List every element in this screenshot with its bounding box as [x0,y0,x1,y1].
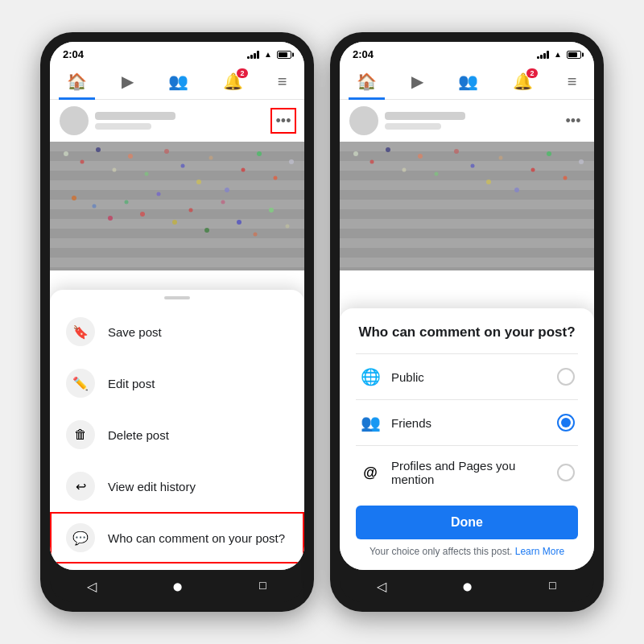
phone-right-screen: 2:04 ▲ 🏠 ▶ [340,42,594,570]
svg-point-45 [353,151,358,156]
back-icon-left: ◁ [87,579,97,594]
back-icon-right: ◁ [377,579,386,594]
post-image-right [340,142,594,270]
battery-fill [279,52,287,57]
who-can-comment-item[interactable]: 💬 Who can comment on your post? [50,512,304,564]
svg-point-49 [418,154,423,159]
svg-rect-43 [340,238,594,248]
svg-point-28 [157,192,161,196]
svg-point-31 [204,228,209,233]
svg-rect-39 [340,161,594,171]
recents-icon-right: ☐ [548,580,557,592]
delete-post-item[interactable]: 🗑 Delete post [50,409,304,460]
wifi-icon-right: ▲ [554,50,562,59]
svg-point-20 [257,151,262,156]
svg-point-19 [242,168,246,172]
post-header-left: ••• [50,100,304,142]
option-mentions[interactable]: @ Profiles and Pages you mention [356,449,578,496]
svg-point-32 [221,200,225,204]
bell-badge-left: 2 [237,68,248,78]
nav-friends-left[interactable]: 👥 [160,68,196,94]
svg-point-24 [93,204,97,208]
svg-rect-2 [50,161,304,171]
svg-point-11 [113,168,117,172]
svg-point-12 [128,154,133,159]
comment-dialog: Who can comment on your post? 🌐 Public 👥… [340,308,594,570]
svg-rect-41 [340,200,594,209]
public-radio[interactable] [557,368,575,386]
svg-point-8 [64,151,68,156]
back-button-left[interactable]: ◁ [82,576,101,596]
name-placeholder-right [385,112,465,120]
more-options-button-right[interactable]: ••• [562,109,584,132]
history-icon: ↩ [66,472,95,501]
nav-menu-left[interactable]: ≡ [270,69,295,94]
svg-point-26 [125,200,129,204]
svg-point-34 [254,233,258,237]
svg-point-17 [209,156,213,160]
mentions-label: Profiles and Pages you mention [391,459,547,486]
svg-point-58 [564,176,568,180]
post-header-right: ••• [340,100,594,142]
home-button-left[interactable]: ⬤ [167,576,187,596]
svg-point-23 [72,196,76,200]
crowd-simulation [50,142,304,270]
save-post-item[interactable]: 🔖 Save post [50,306,304,357]
option-friends[interactable]: 👥 Friends [356,403,578,442]
svg-point-47 [386,147,390,152]
edit-icon: ✏️ [66,369,95,398]
name-placeholder [95,112,175,120]
svg-point-30 [189,208,193,213]
svg-point-14 [164,149,169,154]
dialog-footer: Your choice only affects this post. Lear… [356,546,578,557]
friends-icon-left: 👥 [168,72,188,91]
view-history-item[interactable]: ↩ View edit history [50,460,304,512]
home-button-right[interactable]: ⬤ [457,576,477,596]
svg-point-9 [80,160,85,164]
phone-right: 2:04 ▲ 🏠 ▶ [330,32,604,612]
dialog-divider-1 [356,399,578,400]
recents-button-right[interactable]: ☐ [543,576,562,596]
comment-icon: 💬 [66,523,95,552]
svg-rect-7 [50,258,304,267]
crowd-svg-right [340,142,594,270]
battery-icon [277,51,291,59]
learn-more-link[interactable]: Learn More [515,546,564,557]
video-icon-left: ▶ [122,72,134,91]
friends-label: Friends [391,416,547,430]
svg-point-53 [486,180,491,184]
done-button[interactable]: Done [356,506,578,539]
svg-point-46 [370,160,374,164]
home-icon-left: 🏠 [67,72,87,91]
option-public[interactable]: 🌐 Public [356,357,578,396]
svg-rect-40 [340,180,594,190]
recents-icon-left: ☐ [258,580,267,592]
status-bar-right: 2:04 ▲ [340,42,594,64]
svg-point-48 [402,168,407,172]
footer-text: Your choice only affects this post. [369,546,512,557]
nav-video-right[interactable]: ▶ [403,68,431,94]
mentions-radio[interactable] [557,464,575,481]
android-nav-left: ◁ ⬤ ☐ [50,570,304,602]
delete-icon: 🗑 [66,420,95,449]
battery-fill-right [568,52,577,57]
svg-point-33 [237,220,242,225]
nav-video-left[interactable]: ▶ [114,68,142,94]
nav-bell-right[interactable]: 🔔 2 [505,68,541,94]
recents-button-left[interactable]: ☐ [253,576,272,596]
android-nav-right: ◁ ⬤ ☐ [340,570,594,602]
svg-point-13 [145,172,149,176]
nav-home-left[interactable]: 🏠 [59,68,95,94]
meta-placeholder-right [385,123,441,130]
nav-menu-right[interactable]: ≡ [559,69,585,94]
friends-icon-right: 👥 [458,72,478,91]
back-button-right[interactable]: ◁ [372,576,391,596]
friends-radio[interactable] [557,414,575,431]
nav-home-right[interactable]: 🏠 [349,68,385,94]
nav-friends-right[interactable]: 👥 [450,68,486,94]
radio-dot-friends [561,418,571,427]
edit-post-item[interactable]: ✏️ Edit post [50,357,304,409]
nav-bell-left[interactable]: 🔔 2 [215,68,251,94]
wifi-icon: ▲ [264,50,272,59]
more-options-button[interactable]: ••• [272,109,295,132]
